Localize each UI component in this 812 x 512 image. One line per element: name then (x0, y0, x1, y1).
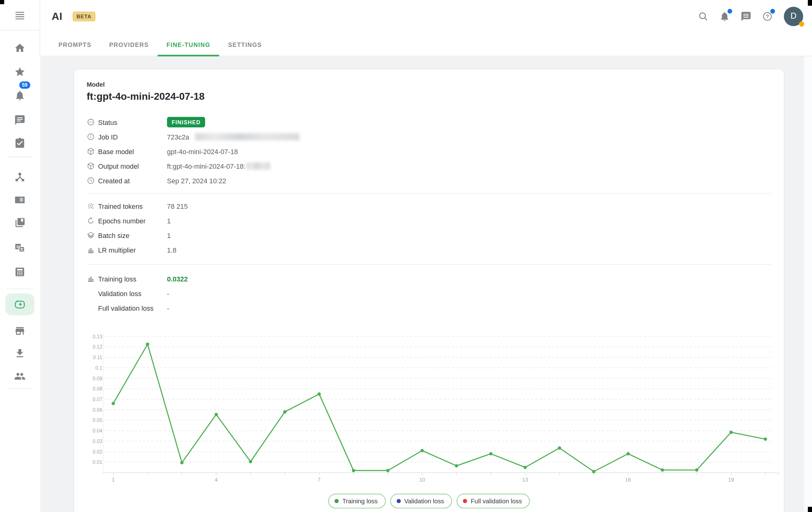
avatar[interactable]: D (784, 6, 803, 26)
sidebar-item-store[interactable] (9, 321, 30, 341)
model-section-label: Model (87, 81, 771, 88)
svg-text:0.1: 0.1 (95, 365, 102, 371)
sidebar-item-team[interactable] (9, 366, 30, 387)
svg-text:1: 1 (112, 477, 115, 483)
output-model-row: Output model ft:gpt-4o-mini-2024-07-18: (87, 159, 771, 173)
base-model-row: Base model gpt-4o-mini-2024-07-18 (87, 144, 771, 159)
sidebar-item-collections[interactable] (9, 212, 30, 233)
vertical-scrollbar[interactable] (804, 0, 812, 512)
sidebar-item-tasks[interactable] (9, 133, 30, 153)
training-loss-label: Training loss (98, 275, 167, 283)
svg-text:0.09: 0.09 (93, 376, 102, 381)
feedback-button[interactable] (739, 9, 753, 23)
sidebar-item-home[interactable] (9, 37, 30, 58)
legend-dot-validation (396, 499, 400, 503)
beta-badge: BETA (72, 11, 96, 21)
batch-size-label: Batch size (98, 231, 167, 239)
batch-size-row: Batch size 1 (87, 228, 771, 243)
svg-text:0.05: 0.05 (93, 418, 102, 423)
star-icon (14, 66, 26, 78)
legend-dot-training (335, 499, 339, 503)
svg-text:13: 13 (522, 477, 528, 483)
notification-dot (727, 9, 732, 14)
tab-prompts[interactable]: PROMPTS (50, 32, 100, 56)
svg-text:0.13: 0.13 (93, 334, 102, 339)
app-logo-text: AI (52, 10, 62, 22)
lr-multiplier-value: 1.8 (167, 246, 176, 254)
validation-loss-label: Validation loss (98, 289, 167, 297)
redacted-job-id (195, 133, 299, 140)
training-loss-row: Training loss 0.0322 (87, 272, 771, 286)
svg-text:0.12: 0.12 (93, 344, 102, 349)
sidebar-group-divider (7, 289, 33, 289)
lr-multiplier-label: LR multiplier (98, 246, 167, 254)
sidebar-item-comments[interactable] (9, 110, 30, 131)
epochs-value: 1 (167, 217, 171, 225)
sidebar-item-panel[interactable] (9, 190, 30, 210)
sidebar-item-downloads[interactable] (9, 343, 30, 364)
help-dot (771, 9, 775, 14)
svg-text:0.04: 0.04 (93, 428, 102, 433)
sidebar-item-calculator[interactable] (9, 262, 30, 282)
bar-chart-icon (87, 246, 98, 254)
help-button[interactable]: ? (760, 9, 774, 23)
topbar-actions: ? D (696, 0, 803, 32)
status-badge: FINISHED (167, 117, 205, 127)
device-hub-icon (14, 171, 26, 183)
svg-text:16: 16 (625, 477, 631, 483)
search-icon (697, 10, 708, 22)
grain-icon (87, 202, 98, 210)
sidebar-group-divider (7, 157, 33, 157)
app-window: 59 G (0, 0, 812, 512)
app-logo: AI BETA (52, 0, 95, 32)
section-divider (87, 264, 771, 265)
translate-icon: G (14, 242, 26, 254)
base-model-label: Base model (98, 148, 167, 155)
notifications-button[interactable] (718, 9, 731, 23)
cube-icon (87, 147, 98, 155)
sidebar: 59 G (0, 0, 40, 512)
avatar-status-dot (799, 21, 804, 26)
sidebar-item-translate[interactable]: G (9, 237, 30, 258)
model-card: Model ft:gpt-4o-mini-2024-07-18 Status F… (74, 69, 784, 512)
svg-text:0.01: 0.01 (93, 459, 102, 465)
bell-icon (14, 90, 26, 101)
sidebar-item-workflow[interactable] (9, 167, 30, 187)
clipboard-check-icon (14, 137, 26, 149)
sidebar-group-divider (7, 388, 33, 389)
avatar-initial: D (790, 11, 796, 21)
search-button[interactable] (696, 9, 710, 23)
created-at-value: Sep 27, 2024 10:22 (167, 177, 227, 184)
epochs-label: Epochs number (98, 217, 167, 225)
svg-text:0.11: 0.11 (93, 355, 102, 360)
svg-text:0.03: 0.03 (93, 439, 102, 444)
tab-settings[interactable]: SETTINGS (219, 32, 271, 56)
menu-button[interactable] (9, 5, 30, 26)
layers-icon (87, 231, 98, 239)
storefront-icon (14, 325, 26, 337)
people-icon (14, 371, 26, 382)
chat-icon (740, 10, 751, 22)
loss-chart: 0.010.020.030.040.050.060.070.080.090.10… (87, 332, 771, 484)
legend-full-validation-loss[interactable]: Full validation loss (457, 494, 530, 508)
ai-sparkle-icon (13, 297, 27, 311)
sidebar-top-divider (0, 30, 40, 30)
validation-loss-row: Validation loss - (87, 286, 771, 301)
legend-training-loss[interactable]: Training loss (328, 494, 385, 508)
sidebar-item-notifications[interactable]: 59 (9, 85, 30, 106)
section-divider (87, 193, 771, 194)
base-model-value: gpt-4o-mini-2024-07-18 (167, 148, 238, 155)
sidebar-item-favorites[interactable] (9, 61, 30, 82)
clock-icon (87, 176, 98, 185)
legend-validation-loss[interactable]: Validation loss (390, 494, 452, 508)
loss-chart-svg: 0.010.020.030.040.050.060.070.080.090.10… (87, 332, 781, 484)
tab-providers[interactable]: PROVIDERS (100, 32, 158, 56)
lr-multiplier-row: LR multiplier 1.8 (87, 243, 771, 257)
job-id-value: 723c2a (167, 133, 190, 141)
svg-text:?: ? (766, 13, 769, 19)
tab-fine-tuning[interactable]: FINE-TUNING (157, 32, 219, 56)
download-icon (14, 348, 26, 359)
sidebar-item-ai-finetune-active[interactable] (5, 293, 34, 315)
status-icon (87, 118, 98, 126)
trained-tokens-row: Trained tokens 78 215 (87, 199, 771, 214)
